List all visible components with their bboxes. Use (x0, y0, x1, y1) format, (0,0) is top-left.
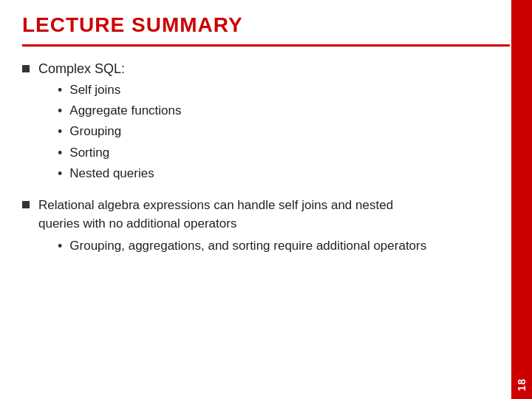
bullet-dot-icon: • (58, 165, 62, 183)
bullet-dot-icon: • (58, 123, 62, 141)
relational-text-line2: queries with no additional operators (38, 215, 393, 233)
list-item: • Grouping (58, 123, 510, 141)
bullet-dot-icon: • (58, 81, 62, 100)
main-bullet-1: Complex SQL: (22, 61, 510, 77)
sub-item-aggregate: Aggregate functions (69, 102, 181, 120)
sub-item-grouping: Grouping (69, 123, 121, 140)
list-item: • Aggregate functions (58, 102, 510, 120)
grouping-aggregations-text: Grouping, aggregations, and sorting requ… (69, 237, 426, 255)
sub-bullets-list: • Self joins • Aggregate functions • Gro… (58, 81, 510, 183)
sub-item-nested: Nested queries (69, 165, 154, 183)
slide: LECTURE SUMMARY Complex SQL: • Self join… (0, 0, 532, 399)
section-relational-algebra: Relational algebra expressions can handl… (22, 197, 510, 256)
section-complex-sql: Complex SQL: • Self joins • Aggregate fu… (22, 61, 510, 183)
bullet-square-icon (22, 65, 30, 72)
relational-text-line1: Relational algebra expressions can handl… (38, 197, 393, 215)
bullet-dot-icon: • (58, 102, 62, 120)
second-sub-bullets: • Grouping, aggregations, and sorting re… (58, 237, 510, 256)
list-item: • Self joins (58, 81, 510, 100)
page-number: 18 (516, 378, 528, 392)
sub-item-self-joins: Self joins (69, 81, 120, 99)
bullet-dot-icon: • (58, 237, 62, 256)
list-item: • Grouping, aggregations, and sorting re… (58, 237, 510, 256)
main-bullet-2: Relational algebra expressions can handl… (22, 197, 510, 233)
page-number-strip: 18 (511, 0, 532, 399)
list-item: • Nested queries (58, 165, 510, 183)
bullet-dot-icon: • (58, 144, 62, 163)
header: LECTURE SUMMARY (0, 0, 532, 44)
slide-title: LECTURE SUMMARY (22, 13, 510, 37)
complex-sql-label: Complex SQL: (38, 61, 125, 77)
relational-algebra-text: Relational algebra expressions can handl… (38, 197, 393, 233)
slide-content: Complex SQL: • Self joins • Aggregate fu… (0, 47, 532, 273)
sub-item-sorting: Sorting (69, 144, 109, 162)
list-item: • Sorting (58, 144, 510, 163)
bullet-square-icon (22, 201, 30, 208)
